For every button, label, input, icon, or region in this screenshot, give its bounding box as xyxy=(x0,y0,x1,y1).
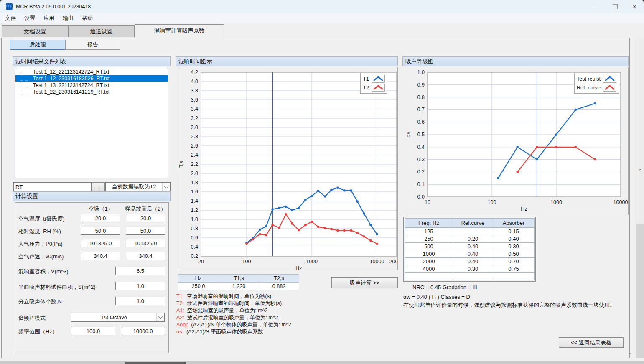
def-text: (A2-A1)/S 平面吸声体的吸声系数 xyxy=(186,329,263,335)
pressure-field-2[interactable] xyxy=(126,239,165,247)
list-item-file[interactable]: Test 1_22_230316141219_RT.txt xyxy=(15,89,168,95)
air-temp-field-1[interactable] xyxy=(81,214,120,222)
absorber-count-field[interactable] xyxy=(115,297,165,305)
svg-text:Hz: Hz xyxy=(295,265,302,270)
data-read-combo-value: 当前数据读取为T2 xyxy=(106,183,162,191)
freq-min-field[interactable] xyxy=(71,327,115,335)
svg-text:1.0: 1.0 xyxy=(191,216,198,222)
maximize-icon xyxy=(613,4,618,9)
octave-mode-value: 1/3 Octave xyxy=(71,314,156,321)
list-item-file-selected[interactable]: Test 1_12_230316183526_RT.txt xyxy=(15,75,168,82)
svg-text:20: 20 xyxy=(198,259,204,265)
sample-area-field[interactable] xyxy=(115,282,165,290)
cell: 0.30 xyxy=(493,243,535,250)
tab-reverb-absorption[interactable]: 混响室计算吸声系数 xyxy=(135,24,224,38)
svg-text:1000: 1000 xyxy=(550,199,562,205)
col-header-t2: T2,s xyxy=(259,275,299,283)
absorber-count-label: 分立吸声体个数,N xyxy=(18,298,62,305)
sound-speed-field-2[interactable] xyxy=(126,252,165,260)
tree-stub-icon xyxy=(20,70,30,74)
absorption-chart-legend: Test reulst Ref. curve xyxy=(574,73,619,94)
legend-label-t2: T2 xyxy=(363,85,369,91)
tree-stub-icon xyxy=(20,83,30,87)
svg-text:1.4: 1.4 xyxy=(191,198,198,204)
tree-stub-icon xyxy=(20,90,30,94)
svg-text:0.6: 0.6 xyxy=(191,235,198,241)
cell: 1000 xyxy=(405,250,453,258)
rt-chart-legend: T1 T2 xyxy=(360,73,387,94)
freq-max-field[interactable] xyxy=(121,327,165,335)
menu-file[interactable]: 文件 xyxy=(1,13,20,23)
collapse-panel-button[interactable]: < xyxy=(636,166,643,174)
menu-help[interactable]: 帮助 xyxy=(78,13,97,23)
rt-result-table: Hz T1,s T2,s 250.0 1.220 0.882 xyxy=(178,274,299,290)
subtab-report[interactable]: 报告 xyxy=(65,40,120,50)
rt-chart-header: 混响时间图示 xyxy=(176,56,398,66)
cell xyxy=(453,273,493,280)
svg-text:0.8: 0.8 xyxy=(417,94,425,100)
list-item-file[interactable]: Test 1_13_221123142724_RT.txt xyxy=(15,82,168,89)
humidity-field-1[interactable] xyxy=(81,227,120,235)
ref-curve-series-icon xyxy=(603,84,616,92)
def-text: 空场混响室的混响时间，单位为秒(s) xyxy=(187,293,271,299)
data-read-combo[interactable]: 当前数据读取为T2 xyxy=(105,182,171,191)
cell xyxy=(405,273,453,280)
def-text: 放试件后混响室的吸声量，单位为: m^2 xyxy=(187,315,278,321)
air-temp-field-2[interactable] xyxy=(126,214,165,222)
rt-chart-svg: 0.20.40.60.81.01.21.41.61.82.02.22.42.62… xyxy=(178,67,397,270)
humidity-field-2[interactable] xyxy=(126,227,165,235)
svg-text:αs: αs xyxy=(405,132,411,137)
svg-text:100: 100 xyxy=(488,199,496,205)
svg-text:20000: 20000 xyxy=(389,259,397,265)
close-button[interactable]: × xyxy=(625,0,644,13)
usage-note-text: 在使用此单值评价量的时候，强烈建议与按照标准获得的完整的吸声系数曲线一块使用。 xyxy=(403,301,615,309)
def-term: αs: xyxy=(176,329,183,335)
column-header-empty-room: 空场（1） xyxy=(81,205,121,213)
menu-application[interactable]: 应用 xyxy=(39,13,59,23)
svg-text:0.8: 0.8 xyxy=(191,226,198,232)
list-item-file[interactable]: Test 1_12_221123142724_RT.txt xyxy=(15,69,168,75)
tab-document-settings[interactable]: 文档设置 xyxy=(2,25,68,37)
calc-settings-header: 计算设置 xyxy=(13,191,171,201)
maximize-button[interactable] xyxy=(606,0,625,13)
rt-name-input[interactable] xyxy=(13,182,92,191)
back-to-results-button[interactable]: << 返回结果表格 xyxy=(559,337,624,348)
absorption-calc-button[interactable]: 吸声计算 >> xyxy=(331,277,398,288)
def-term: A1: xyxy=(176,308,184,313)
cell: 0.40 xyxy=(453,250,493,258)
browse-button[interactable]: ... xyxy=(92,182,105,191)
minimize-button[interactable] xyxy=(586,0,606,13)
absorption-chart-header: 吸声等级图 xyxy=(402,56,629,66)
svg-text:1.0: 1.0 xyxy=(417,69,425,75)
tab-channel-settings[interactable]: 通道设置 xyxy=(68,25,135,37)
file-name: Test 1_12_230316183526_RT.txt xyxy=(33,76,109,81)
menu-settings[interactable]: 设置 xyxy=(20,13,39,23)
svg-text:1.8: 1.8 xyxy=(191,180,198,186)
cell: 2000 xyxy=(405,258,453,265)
menu-output[interactable]: 输出 xyxy=(59,13,78,23)
svg-text:0.2: 0.2 xyxy=(417,169,425,175)
octave-mode-combo[interactable]: 1/3 Octave xyxy=(71,313,165,322)
minimize-icon xyxy=(594,7,598,7)
svg-text:10000: 10000 xyxy=(613,199,628,205)
cell: 0.15 xyxy=(493,228,535,235)
rt-chart-container: 0.20.40.60.81.01.21.41.61.82.02.22.42.62… xyxy=(178,67,398,270)
file-name: Test 1_22_230316141219_RT.txt xyxy=(33,89,109,95)
title-bar: MCR Beta 2.05.0.001 20230418 × xyxy=(0,0,644,13)
combo-dropdown[interactable] xyxy=(156,313,164,321)
nrc-result-text: NRC = 0.45 Gradation = III xyxy=(412,284,477,290)
t2-series-icon xyxy=(372,84,385,92)
cell: 250 xyxy=(405,235,453,243)
sound-speed-field-1[interactable] xyxy=(81,252,120,260)
combo-dropdown[interactable] xyxy=(162,183,170,191)
table-row xyxy=(405,273,535,280)
svg-text:4.2: 4.2 xyxy=(191,69,198,75)
svg-text:0.1: 0.1 xyxy=(417,181,425,187)
svg-text:0.9: 0.9 xyxy=(417,82,425,88)
svg-text:2.2: 2.2 xyxy=(191,161,198,167)
def-text: 空场混响室的吸声量，单位为: m^2 xyxy=(187,308,268,313)
pressure-field-1[interactable] xyxy=(81,239,120,247)
subtab-postprocess[interactable]: 后处理 xyxy=(10,40,65,50)
freq-table-wrapper: Freq. Hz Ref.curve Absorber 1250.15 2500… xyxy=(403,217,536,282)
room-volume-field[interactable] xyxy=(115,267,165,275)
